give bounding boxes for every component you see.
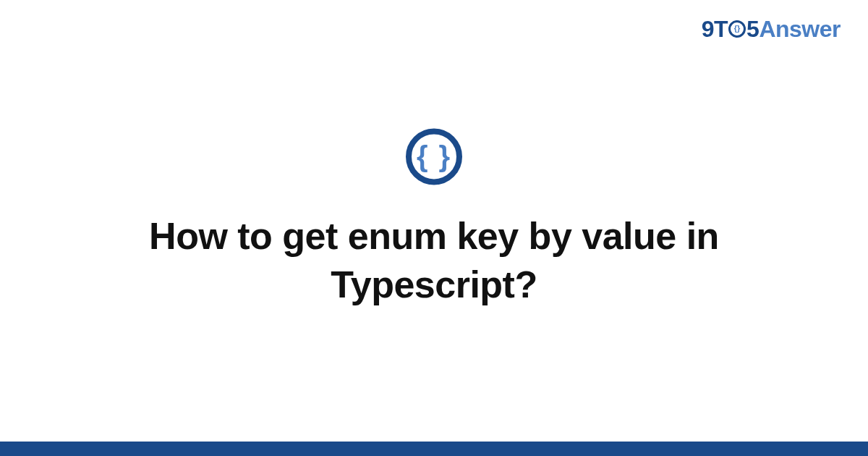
brand-zero-braces-icon: {} (728, 20, 746, 38)
category-braces-icon: { } (406, 129, 462, 185)
braces-icon: {} (734, 25, 741, 33)
brand-nine: 9 (702, 16, 714, 43)
brand-t: T (714, 16, 728, 43)
brand-answer: Answer (759, 16, 841, 43)
bottom-accent-bar (0, 442, 868, 456)
brand-logo: 9 T {} 5 Answer (702, 16, 841, 43)
main-content: { } How to get enum key by value in Type… (0, 129, 868, 309)
braces-icon: { } (417, 143, 451, 172)
question-title: How to get enum key by value in Typescri… (43, 213, 825, 309)
brand-five: 5 (746, 16, 759, 43)
